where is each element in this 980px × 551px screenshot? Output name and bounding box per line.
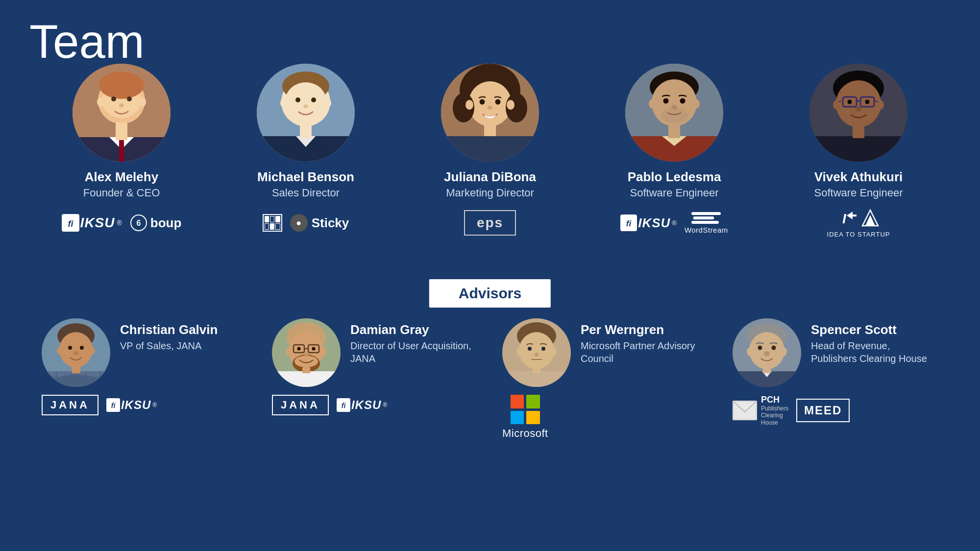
advisor-damian: Damian Gray Director of User Acquisition… [272, 318, 478, 440]
advisors-section: Christian Galvin VP of Sales, JANA JANA … [0, 318, 980, 440]
advisor-title-spencer: Head of Revenue, Publishers Clearing Hou… [811, 339, 938, 365]
logo-area-juliana: eps [464, 208, 516, 238]
advisor-title-per: Microsoft Partner Advisory Council [581, 339, 708, 365]
advisor-info-christian: Christian Galvin VP of Sales, JANA [120, 318, 218, 352]
microsoft-logo: Microsoft [502, 395, 548, 440]
svg-point-96 [297, 347, 301, 351]
member-title-alex: Founder & CEO [83, 187, 160, 199]
svg-point-92 [319, 347, 326, 356]
svg-point-109 [550, 347, 557, 356]
advisor-title-christian: VP of Sales, JANA [120, 339, 218, 352]
svg-point-99 [294, 356, 318, 367]
svg-point-122 [764, 351, 770, 356]
advisor-spencer: Spencer Scott Head of Revenue, Publisher… [733, 318, 938, 440]
svg-rect-26 [300, 123, 312, 138]
svg-point-44 [663, 98, 669, 104]
jana-logo-damian: JANA [272, 395, 329, 415]
fiksu-logo-damian: fi IKSU ® [337, 398, 387, 412]
svg-point-34 [480, 99, 485, 105]
member-name-alex: Alex Melehy [85, 169, 158, 185]
svg-rect-38 [441, 136, 539, 162]
svg-point-72 [59, 332, 93, 367]
fiksu-logo-pablo: fi IKSU ® [620, 215, 677, 231]
svg-rect-113 [502, 371, 571, 387]
svg-rect-11 [116, 122, 127, 140]
svg-point-32 [466, 100, 473, 110]
svg-point-8 [119, 103, 124, 107]
avatar-vivek [809, 64, 907, 162]
advisor-title-damian: Director of User Acquisition, JANA [350, 339, 478, 365]
filmstrip-icon [263, 214, 282, 232]
pch-logo: PCH PublishersClearingHouse [733, 395, 788, 426]
advisor-logos-per: Microsoft [502, 395, 548, 440]
svg-text:fi: fi [111, 402, 116, 409]
svg-point-73 [57, 347, 64, 355]
logo-area-michael: ● Sticky [263, 208, 349, 238]
advisor-logos-damian: JANA fi IKSU ® [272, 395, 387, 415]
avatar-per [502, 318, 571, 387]
logo-area-alex: fi IKSU ® 6 boup [62, 208, 182, 238]
svg-rect-114 [533, 367, 540, 373]
svg-point-118 [747, 347, 754, 356]
svg-point-121 [772, 346, 776, 350]
svg-text:fi: fi [68, 219, 74, 229]
svg-point-77 [74, 351, 78, 355]
page-title: Team [29, 15, 145, 69]
team-member-juliana: Juliana DiBona Marketing Director eps [407, 64, 573, 238]
svg-point-24 [303, 104, 308, 108]
member-name-juliana: Juliana DiBona [444, 169, 536, 185]
avatar-juliana [441, 64, 539, 162]
svg-point-111 [541, 347, 545, 351]
svg-point-120 [758, 346, 762, 350]
advisor-top-christian: Christian Galvin VP of Sales, JANA [42, 318, 218, 387]
svg-point-42 [649, 99, 657, 109]
svg-point-112 [534, 353, 539, 357]
svg-point-63 [865, 100, 870, 104]
svg-rect-102 [302, 367, 310, 373]
advisor-top-damian: Damian Gray Director of User Acquisition… [272, 318, 478, 387]
eps-logo: eps [464, 210, 516, 236]
member-name-michael: Michael Benson [257, 169, 354, 185]
svg-point-20 [280, 98, 288, 108]
svg-point-47 [661, 108, 688, 123]
advisor-logos-christian: JANA fi IKSU ® [42, 395, 157, 415]
svg-point-36 [488, 106, 492, 110]
svg-point-108 [516, 347, 523, 356]
svg-rect-49 [668, 124, 680, 138]
svg-point-74 [88, 347, 95, 355]
wordstream-logo: WordStream [685, 212, 728, 234]
advisor-name-christian: Christian Galvin [120, 322, 218, 337]
svg-point-33 [507, 100, 514, 110]
svg-rect-10 [119, 137, 124, 162]
svg-point-3 [99, 72, 144, 99]
svg-point-45 [680, 98, 686, 104]
avatar-pablo [625, 64, 723, 162]
svg-point-97 [312, 347, 316, 351]
avatar-michael [257, 64, 355, 162]
svg-rect-65 [809, 136, 907, 162]
svg-point-119 [780, 347, 787, 356]
svg-point-21 [323, 98, 331, 108]
svg-point-7 [127, 96, 132, 101]
team-member-michael: Michael Benson Sales Director ● Sticky [222, 64, 389, 238]
advisor-name-per: Per Werngren [581, 322, 708, 337]
svg-text:fi: fi [626, 219, 632, 228]
fiksu-logo-alex: fi IKSU ® [62, 214, 122, 232]
svg-rect-124 [763, 366, 771, 373]
svg-point-22 [295, 97, 300, 102]
svg-point-23 [311, 97, 316, 102]
advisor-name-spencer: Spencer Scott [811, 322, 938, 337]
team-member-alex: Alex Melehy Founder & CEO fi IKSU ® 6 bo… [38, 64, 205, 238]
avatar-spencer [733, 318, 801, 387]
team-section: Alex Melehy Founder & CEO fi IKSU ® 6 bo… [0, 64, 980, 238]
svg-point-91 [286, 347, 293, 356]
idea-to-startup-logo: I IDEA TO STARTUP [827, 208, 890, 238]
avatar-alex [73, 64, 171, 162]
member-title-michael: Sales Director [272, 187, 340, 199]
svg-point-5 [138, 97, 146, 107]
svg-point-76 [80, 346, 84, 350]
svg-point-6 [111, 96, 116, 101]
group-logo-alex: 6 boup [130, 214, 182, 232]
svg-point-64 [856, 106, 861, 111]
svg-text:fi: fi [342, 402, 346, 409]
